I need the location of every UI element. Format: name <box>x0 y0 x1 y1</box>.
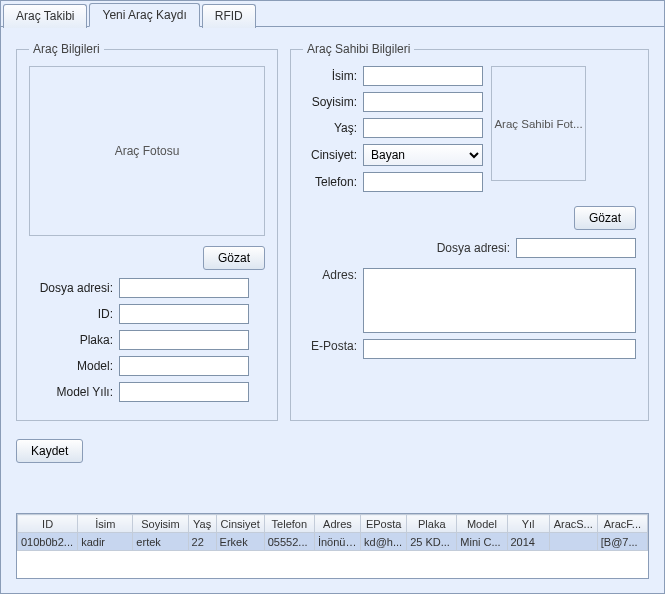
owner-email-input[interactable] <box>363 339 636 359</box>
vehicle-filepath-input[interactable] <box>119 278 249 298</box>
owner-fieldset: Araç Sahibi Bilgileri İsim: Soyisim: Yaş… <box>290 42 649 421</box>
vehicle-model-label: Model: <box>29 359 119 373</box>
tab-panel: Araç Bilgileri Araç Fotosu Gözat Dosya a… <box>1 26 664 594</box>
owner-age-label: Yaş: <box>303 121 363 135</box>
owner-filepath-input[interactable] <box>516 238 636 258</box>
tab-container: Araç Takibi Yeni Araç Kaydı RFID Araç Bi… <box>0 0 665 594</box>
owner-browse-button[interactable]: Gözat <box>574 206 636 230</box>
grid-header[interactable]: Telefon <box>264 515 314 533</box>
owner-filepath-label: Dosya adresi: <box>437 241 510 255</box>
vehicle-photo-box: Araç Fotosu <box>29 66 265 236</box>
grid-header[interactable]: Yıl <box>507 515 549 533</box>
owner-surname-label: Soyisim: <box>303 95 363 109</box>
tab-rfid[interactable]: RFID <box>202 4 256 28</box>
grid-header[interactable]: EPosta <box>361 515 407 533</box>
grid-header[interactable]: Cinsiyet <box>216 515 264 533</box>
owner-email-label: E-Posta: <box>303 339 363 359</box>
owner-age-input[interactable] <box>363 118 483 138</box>
vehicle-plate-input[interactable] <box>119 330 249 350</box>
table-row[interactable]: 010b0b2... kadir ertek 22 Erkek 05552...… <box>18 533 648 551</box>
tab-bar: Araç Takibi Yeni Araç Kaydı RFID <box>1 1 664 27</box>
vehicle-browse-button[interactable]: Gözat <box>203 246 265 270</box>
grid-header[interactable]: Model <box>457 515 507 533</box>
grid-header[interactable]: Plaka <box>407 515 457 533</box>
owner-name-label: İsim: <box>303 69 363 83</box>
owner-gender-label: Cinsiyet: <box>303 148 363 162</box>
vehicle-id-label: ID: <box>29 307 119 321</box>
owner-gender-select[interactable]: Bayan <box>363 144 483 166</box>
owner-phone-input[interactable] <box>363 172 483 192</box>
grid-header[interactable]: AracS... <box>549 515 597 533</box>
vehicle-year-label: Model Yılı: <box>29 385 119 399</box>
grid-header[interactable]: ID <box>18 515 78 533</box>
vehicle-filepath-label: Dosya adresi: <box>29 281 119 295</box>
tab-arac-takibi[interactable]: Araç Takibi <box>3 4 87 28</box>
vehicle-year-input[interactable] <box>119 382 249 402</box>
vehicle-plate-label: Plaka: <box>29 333 119 347</box>
data-grid[interactable]: ID İsim Soyisim Yaş Cinsiyet Telefon Adr… <box>16 513 649 579</box>
owner-photo-box: Araç Sahibi Fot... <box>491 66 586 181</box>
grid-header[interactable]: İsim <box>78 515 133 533</box>
owner-name-input[interactable] <box>363 66 483 86</box>
grid-header[interactable]: Soyisim <box>133 515 188 533</box>
vehicle-fieldset: Araç Bilgileri Araç Fotosu Gözat Dosya a… <box>16 42 278 421</box>
grid-header[interactable]: Yaş <box>188 515 216 533</box>
grid-header-row: ID İsim Soyisim Yaş Cinsiyet Telefon Adr… <box>18 515 648 533</box>
save-button[interactable]: Kaydet <box>16 439 83 463</box>
grid-header[interactable]: Adres <box>314 515 360 533</box>
owner-surname-input[interactable] <box>363 92 483 112</box>
tab-yeni-arac-kaydi[interactable]: Yeni Araç Kaydı <box>89 3 199 27</box>
grid-header[interactable]: AracF... <box>597 515 647 533</box>
owner-address-input[interactable] <box>363 268 636 333</box>
vehicle-legend: Araç Bilgileri <box>29 42 104 56</box>
vehicle-model-input[interactable] <box>119 356 249 376</box>
owner-address-label: Adres: <box>303 268 363 333</box>
vehicle-id-input[interactable] <box>119 304 249 324</box>
owner-legend: Araç Sahibi Bilgileri <box>303 42 414 56</box>
owner-phone-label: Telefon: <box>303 175 363 189</box>
